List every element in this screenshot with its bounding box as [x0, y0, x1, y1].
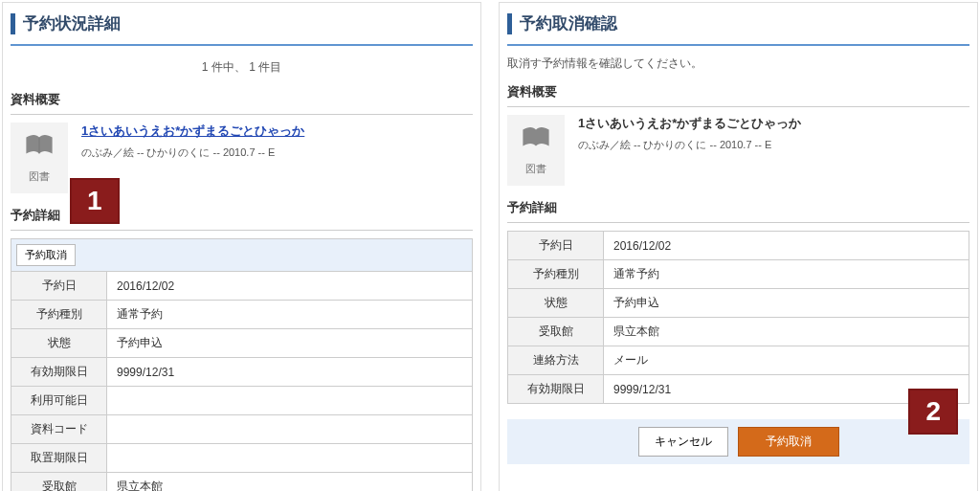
- material-subtitle: のぶみ／絵 -- ひかりのくに -- 2010.7 -- E: [81, 145, 304, 160]
- row-label: 利用可能日: [11, 387, 107, 415]
- row-label: 予約種別: [508, 260, 604, 289]
- title-accent-bar: [11, 13, 15, 34]
- book-icon: [23, 132, 56, 159]
- table-row: 取置期限日: [11, 444, 473, 473]
- reservation-cancel-button[interactable]: 予約取消: [16, 244, 76, 266]
- title-accent-bar: [507, 13, 512, 34]
- confirm-cancel-reservation-button[interactable]: 予約取消: [738, 427, 839, 457]
- row-label: 受取館: [11, 473, 107, 492]
- material-thumbnail: 図書: [11, 123, 68, 193]
- page-title: 予約状況詳細: [23, 12, 121, 34]
- thumb-label: 図書: [11, 169, 68, 184]
- row-value: 予約申込: [107, 329, 473, 358]
- thumb-label: 図書: [507, 162, 565, 176]
- section-material-title: 資料概要: [11, 87, 473, 115]
- row-label: 予約種別: [11, 301, 107, 329]
- page-title: 予約取消確認: [520, 12, 617, 34]
- row-value: 9999/12/31: [107, 358, 473, 387]
- table-row: 予約日2016/12/02: [11, 272, 473, 301]
- row-value: 通常予約: [107, 301, 473, 329]
- row-value: [107, 444, 473, 473]
- action-button-row: キャンセル 予約取消 2: [507, 419, 969, 464]
- material-title: 1さいあいうえお*かずまるごとひゃっか: [578, 115, 801, 132]
- row-label: 予約日: [11, 272, 107, 301]
- detail-table: 予約日2016/12/02予約種別通常予約状態予約申込有効期限日9999/12/…: [11, 271, 473, 491]
- row-label: 有効期限日: [11, 358, 107, 387]
- panel-title-row: 予約取消確認: [507, 7, 969, 46]
- section-detail-title: 予約詳細: [507, 195, 969, 223]
- row-value: [107, 387, 473, 415]
- row-value: 2016/12/02: [604, 232, 969, 260]
- row-value: メール: [604, 346, 969, 375]
- table-row: 予約種別通常予約: [11, 301, 473, 329]
- material-text: 1さいあいうえお*かずまるごとひゃっか のぶみ／絵 -- ひかりのくに -- 2…: [578, 115, 801, 186]
- row-value: 県立本館: [604, 318, 969, 346]
- book-icon: [520, 124, 552, 151]
- callout-marker-2: 2: [908, 389, 958, 435]
- row-label: 資料コード: [11, 415, 107, 444]
- table-row: 連絡方法メール: [508, 346, 969, 375]
- panel-title-row: 予約状況詳細: [11, 7, 473, 46]
- table-row: 利用可能日: [11, 387, 473, 415]
- cancel-row: 予約取消: [11, 238, 473, 271]
- row-label: 状態: [508, 289, 604, 318]
- row-label: 予約日: [508, 232, 604, 260]
- material-thumbnail: 図書: [507, 115, 565, 186]
- row-label: 取置期限日: [11, 444, 107, 473]
- pager-text: 1 件中、 1 件目: [11, 52, 473, 87]
- material-subtitle: のぶみ／絵 -- ひかりのくに -- 2010.7 -- E: [578, 138, 801, 152]
- cancel-button[interactable]: キャンセル: [638, 427, 728, 457]
- row-value: [107, 415, 473, 444]
- row-label: 連絡方法: [508, 346, 604, 375]
- table-row: 状態予約申込: [11, 329, 473, 358]
- detail-table: 予約日2016/12/02予約種別通常予約状態予約申込受取館県立本館連絡方法メー…: [507, 231, 969, 404]
- reservation-detail-panel: 予約状況詳細 1 件中、 1 件目 資料概要 図書 1さいあいうえお*かずまるご…: [2, 2, 481, 491]
- row-label: 有効期限日: [508, 375, 604, 404]
- section-material-title: 資料概要: [507, 79, 969, 107]
- row-value: 県立本館: [107, 473, 473, 492]
- row-value: 予約申込: [604, 289, 969, 318]
- material-title-link[interactable]: 1さいあいうえお*かずまるごとひゃっか: [81, 123, 304, 138]
- confirm-note: 取消す予約情報を確認してください。: [507, 52, 969, 79]
- table-row: 受取館県立本館: [508, 318, 969, 346]
- row-value: 通常予約: [604, 260, 969, 289]
- row-label: 受取館: [508, 318, 604, 346]
- table-row: 受取館県立本館: [11, 473, 473, 492]
- table-row: 有効期限日9999/12/31: [11, 358, 473, 387]
- row-label: 状態: [11, 329, 107, 358]
- reservation-cancel-confirm-panel: 予約取消確認 取消す予約情報を確認してください。 資料概要 図書 1さいあいうえ…: [499, 2, 978, 491]
- material-summary: 図書 1さいあいうえお*かずまるごとひゃっか のぶみ／絵 -- ひかりのくに -…: [507, 115, 969, 186]
- callout-marker-1: 1: [70, 178, 120, 224]
- table-row: 資料コード: [11, 415, 473, 444]
- table-row: 予約日2016/12/02: [508, 232, 969, 260]
- table-row: 予約種別通常予約: [508, 260, 969, 289]
- table-row: 有効期限日9999/12/31: [508, 375, 969, 404]
- table-row: 状態予約申込: [508, 289, 969, 318]
- row-value: 2016/12/02: [107, 272, 473, 301]
